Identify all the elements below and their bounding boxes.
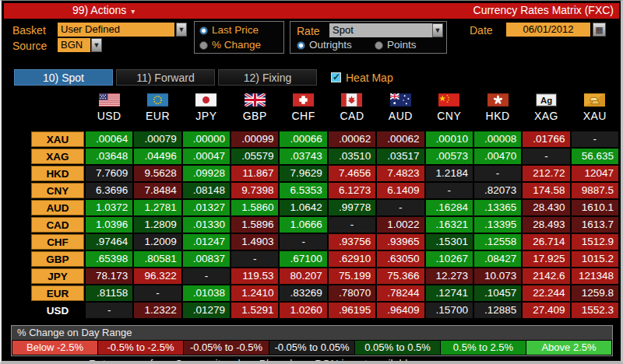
source-dropdown-arrow-icon[interactable] [91, 38, 102, 52]
column-header-hkd[interactable]: HKD [474, 91, 521, 130]
tab-fixing[interactable]: 12) Fixing [218, 69, 317, 86]
cell-eur-hkd[interactable]: .10457 [474, 285, 521, 301]
cell-hkd-chf[interactable]: 7.9629 [280, 166, 326, 181]
row-header-gbp[interactable]: GBP [31, 251, 84, 267]
cell-eur-eur[interactable]: - [134, 285, 181, 301]
cell-hkd-jpy[interactable]: .09928 [183, 166, 230, 181]
cell-aud-xag[interactable]: 28.430 [523, 200, 569, 215]
cell-hkd-gbp[interactable]: 11.867 [231, 166, 278, 181]
cell-eur-aud[interactable]: .78244 [377, 285, 424, 301]
column-header-jpy[interactable]: JPY [183, 91, 230, 130]
row-header-eur[interactable]: EUR [31, 285, 84, 301]
heat-map-toggle[interactable]: Heat Map [331, 72, 393, 84]
cell-jpy-xau[interactable]: 121348 [572, 268, 618, 284]
cell-eur-xag[interactable]: 22.244 [523, 285, 569, 301]
cell-gbp-hkd[interactable]: .08427 [474, 251, 521, 267]
cell-aud-usd[interactable]: 1.0372 [86, 200, 132, 215]
cell-gbp-chf[interactable]: .67100 [280, 251, 326, 267]
row-header-cny[interactable]: CNY [31, 183, 84, 198]
cell-chf-cad[interactable]: .93756 [329, 234, 375, 250]
cell-xag-usd[interactable]: .03648 [86, 149, 132, 164]
cell-xau-jpy[interactable]: .00000 [183, 131, 230, 147]
cell-hkd-cny[interactable]: 1.2184 [426, 166, 473, 181]
date-field[interactable]: 06/01/2012 [506, 23, 590, 37]
cell-xau-hkd[interactable]: .00008 [474, 131, 521, 147]
row-header-xag[interactable]: XAG [31, 149, 84, 164]
column-header-cny[interactable]: CNY [426, 91, 473, 130]
cell-xau-eur[interactable]: .00079 [134, 131, 181, 147]
cell-gbp-jpy[interactable]: .00837 [183, 251, 230, 267]
cell-xag-xag[interactable]: - [523, 149, 569, 164]
cell-usd-eur[interactable]: 1.2322 [134, 303, 181, 318]
cell-xau-cny[interactable]: .00010 [426, 131, 473, 147]
tab-spot[interactable]: 10) Spot [14, 69, 113, 86]
radio-pct-change[interactable]: % Change [199, 40, 261, 51]
row-header-chf[interactable]: CHF [31, 234, 84, 250]
cell-chf-cny[interactable]: .15301 [426, 234, 473, 250]
cell-cad-xau[interactable]: 1613.7 [572, 217, 618, 233]
cell-usd-usd[interactable]: - [86, 303, 132, 318]
cell-cny-aud[interactable]: 6.1409 [377, 183, 424, 198]
cell-cny-eur[interactable]: 7.8484 [134, 183, 181, 198]
cell-xag-eur[interactable]: .04496 [134, 149, 181, 164]
cell-usd-chf[interactable]: 1.0260 [280, 303, 326, 318]
cell-xau-usd[interactable]: .00064 [86, 131, 132, 147]
column-header-eur[interactable]: EUR [134, 91, 181, 130]
radio-last-price[interactable]: Last Price [199, 25, 259, 36]
cell-gbp-aud[interactable]: .63050 [377, 251, 424, 267]
cell-aud-eur[interactable]: 1.2781 [134, 200, 181, 215]
cell-hkd-aud[interactable]: 7.4823 [377, 166, 424, 181]
row-header-xau[interactable]: XAU [31, 131, 84, 147]
heat-map-checkbox[interactable] [331, 72, 341, 82]
cell-usd-aud[interactable]: .96409 [377, 303, 424, 318]
column-header-xag[interactable]: AgXAG [523, 91, 569, 130]
row-header-usd[interactable]: USD [31, 303, 84, 318]
cell-eur-cny[interactable]: .12741 [426, 285, 473, 301]
radio-outrights[interactable]: Outrights [297, 40, 352, 51]
cell-xau-xau[interactable]: - [572, 131, 618, 147]
cell-chf-xau[interactable]: 1512.9 [572, 234, 618, 250]
cell-aud-chf[interactable]: 1.0642 [280, 200, 326, 215]
cell-hkd-xag[interactable]: 212.72 [523, 166, 569, 181]
cell-chf-xag[interactable]: 26.714 [523, 234, 569, 250]
cell-usd-jpy[interactable]: .01279 [183, 303, 230, 318]
cell-jpy-cad[interactable]: 75.199 [329, 268, 375, 284]
cell-jpy-cny[interactable]: 12.273 [426, 268, 473, 284]
source-dropdown[interactable]: BGN [58, 38, 90, 52]
column-header-usd[interactable]: USD [86, 91, 132, 130]
cell-chf-eur[interactable]: 1.2009 [134, 234, 181, 250]
cell-gbp-gbp[interactable]: - [231, 251, 278, 267]
cell-usd-gbp[interactable]: 1.5291 [231, 303, 278, 318]
cell-cad-gbp[interactable]: 1.5896 [231, 217, 278, 233]
cell-aud-aud[interactable]: - [377, 200, 424, 215]
cell-aud-cad[interactable]: .99778 [329, 200, 375, 215]
cell-cny-jpy[interactable]: .08148 [183, 183, 230, 198]
cell-aud-gbp[interactable]: 1.5860 [231, 200, 278, 215]
cell-cny-xag[interactable]: 174.58 [523, 183, 569, 198]
rate-dropdown[interactable]: Spot [329, 23, 432, 37]
cell-jpy-jpy[interactable]: - [183, 268, 230, 284]
cell-cny-gbp[interactable]: 9.7398 [231, 183, 278, 198]
cell-usd-cny[interactable]: .15700 [426, 303, 473, 318]
cell-cad-chf[interactable]: 1.0666 [280, 217, 326, 233]
cell-xag-cny[interactable]: .00573 [426, 149, 473, 164]
cell-cny-cad[interactable]: 6.1273 [329, 183, 375, 198]
cell-cny-chf[interactable]: 6.5353 [280, 183, 326, 198]
cell-gbp-cny[interactable]: .10267 [426, 251, 473, 267]
cell-xau-cad[interactable]: .00062 [329, 131, 375, 147]
row-header-jpy[interactable]: JPY [31, 268, 84, 284]
cell-jpy-gbp[interactable]: 119.53 [231, 268, 278, 284]
cell-jpy-eur[interactable]: 96.322 [134, 268, 181, 284]
column-header-xau[interactable]: XAU [572, 91, 618, 130]
cell-xau-chf[interactable]: .00066 [280, 131, 326, 147]
cell-cad-aud[interactable]: 1.0022 [377, 217, 424, 233]
cell-eur-xau[interactable]: 1259.8 [572, 285, 618, 301]
cell-aud-cny[interactable]: .16284 [426, 200, 473, 215]
column-header-cad[interactable]: CAD [329, 91, 375, 130]
cell-cny-usd[interactable]: 6.3696 [86, 183, 132, 198]
row-header-hkd[interactable]: HKD [31, 166, 84, 181]
column-header-chf[interactable]: CHF [280, 91, 326, 130]
row-header-cad[interactable]: CAD [31, 217, 84, 233]
radio-points[interactable]: Points [375, 40, 417, 51]
cell-hkd-cad[interactable]: 7.4656 [329, 166, 375, 181]
